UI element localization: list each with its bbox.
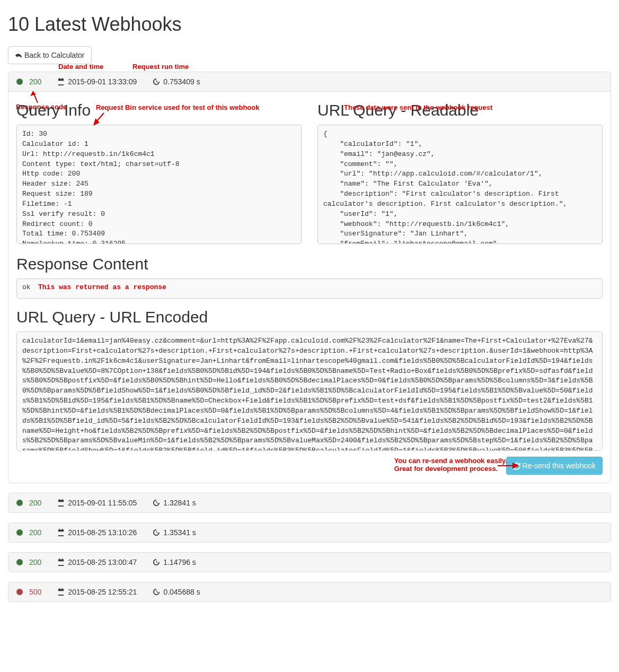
- reply-icon: [15, 52, 22, 59]
- runtime: 0.753409 s: [153, 77, 200, 86]
- webhook-row: 2002015-08-25 13:00:471.14796 s: [8, 552, 611, 572]
- status-dot-icon: [16, 589, 23, 595]
- calendar-icon: [57, 588, 65, 596]
- history-icon: [153, 529, 160, 536]
- status-dot-icon: [16, 559, 23, 565]
- runtime: 0.045688 s: [153, 588, 200, 596]
- history-icon: [153, 78, 160, 85]
- url-readable-text[interactable]: { "calculatorId": "1", "email": "jan@eas…: [317, 125, 603, 244]
- url-encoded-heading: URL Query - URL Encoded: [16, 308, 603, 326]
- annot-response: This was returned as a response: [38, 283, 166, 291]
- webhook-row-header[interactable]: 2002015-08-25 13:00:471.14796 s: [8, 553, 611, 572]
- calendar-icon: [57, 499, 65, 507]
- refresh-icon: [513, 462, 520, 470]
- status-code: 200: [16, 499, 41, 507]
- back-button[interactable]: Back to Calculator: [8, 46, 92, 64]
- url-encoded-text[interactable]: calculatorId=1&email=jan%40easy.cz&comme…: [16, 331, 603, 451]
- webhook-row: 2002015-08-25 13:10:261.35341 s: [8, 522, 611, 543]
- resend-button[interactable]: Re-send this webhook: [506, 457, 603, 475]
- history-icon: [153, 499, 160, 507]
- response-content-text: ok: [22, 283, 31, 291]
- back-button-label: Back to Calculator: [24, 51, 85, 59]
- status-dot-icon: [16, 500, 23, 506]
- webhook-row-header[interactable]: 200 2015-09-01 13:33:09 0.753409 s: [8, 72, 611, 92]
- status-code: 200: [16, 77, 41, 86]
- response-content-heading: Response Content: [16, 255, 603, 273]
- datetime: 2015-09-01 13:33:09: [57, 77, 137, 86]
- webhook-row: 5002015-08-25 12:55:210.045688 s: [8, 582, 611, 602]
- webhook-row: 2002015-09-01 11:55:051.32841 s: [8, 493, 611, 513]
- calendar-icon: [57, 529, 65, 536]
- datetime: 2015-08-25 13:10:26: [57, 528, 137, 537]
- status-code: 200: [16, 528, 41, 537]
- datetime: 2015-08-25 12:55:21: [57, 588, 137, 596]
- runtime: 1.32841 s: [153, 499, 196, 507]
- calendar-icon: [57, 78, 65, 85]
- calendar-icon: [57, 558, 65, 566]
- status-dot-icon: [16, 78, 23, 85]
- datetime: 2015-08-25 13:00:47: [57, 558, 137, 566]
- status-code: 200: [16, 558, 41, 566]
- webhook-panel-expanded: Date and time Request run time Response …: [8, 72, 611, 483]
- datetime: 2015-09-01 11:55:05: [57, 499, 137, 507]
- runtime: 1.35341 s: [153, 528, 196, 537]
- url-readable-heading: URL Query - Readable: [317, 101, 603, 119]
- query-info-text[interactable]: Id: 30 Calculator id: 1 Url: http://requ…: [16, 125, 302, 244]
- page-title: 10 Latest Webhooks: [8, 13, 611, 36]
- status-code: 500: [16, 588, 41, 596]
- webhook-row-header[interactable]: 2002015-09-01 11:55:051.32841 s: [8, 493, 611, 512]
- webhook-row-header[interactable]: 2002015-08-25 13:10:261.35341 s: [8, 523, 611, 542]
- status-dot-icon: [16, 529, 23, 536]
- history-icon: [153, 588, 160, 596]
- runtime: 1.14796 s: [153, 558, 196, 566]
- webhook-row-header[interactable]: 5002015-08-25 12:55:210.045688 s: [8, 582, 611, 601]
- annot-resend: You can re-send a webhook easily. Great …: [394, 457, 507, 473]
- response-content-box: ok This was returned as a response: [16, 278, 603, 299]
- query-info-heading: Query Info: [16, 101, 302, 119]
- resend-button-label: Re-send this webhook: [522, 461, 596, 470]
- history-icon: [153, 558, 160, 566]
